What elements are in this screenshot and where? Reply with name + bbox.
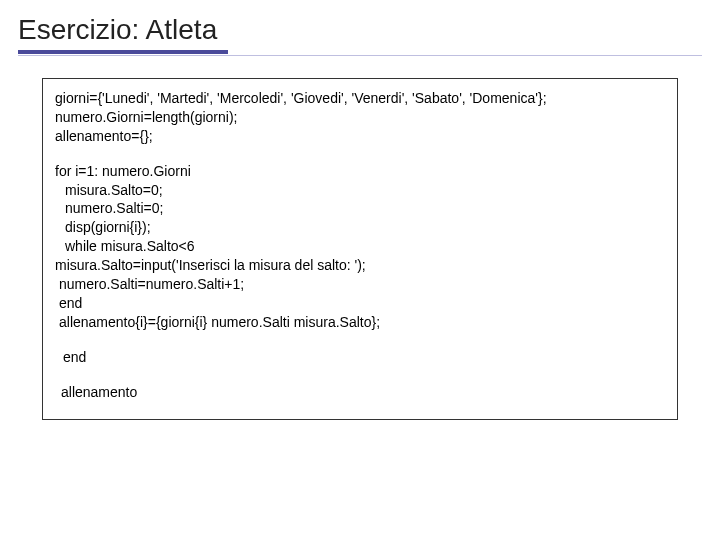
code-line: misura.Salto=input('Inserisci la misura … [55, 256, 665, 275]
code-block-init: giorni={'Lunedi', 'Martedi', 'Mercoledi'… [55, 89, 665, 146]
title-underline [18, 50, 702, 56]
code-line: end [55, 294, 665, 313]
code-line: while misura.Salto<6 [55, 237, 665, 256]
thick-line [18, 50, 228, 54]
page-title: Esercizio: Atleta [18, 14, 702, 46]
code-line: giorni={'Lunedi', 'Martedi', 'Mercoledi'… [55, 89, 665, 108]
code-line: allenamento [55, 383, 665, 402]
code-line: numero.Giorni=length(giorni); [55, 108, 665, 127]
code-line: for i=1: numero.Giorni [55, 162, 665, 181]
code-block-loop: for i=1: numero.Giorni misura.Salto=0; n… [55, 162, 665, 332]
code-line: end [55, 348, 665, 367]
code-line: misura.Salto=0; [55, 181, 665, 200]
code-box: giorni={'Lunedi', 'Martedi', 'Mercoledi'… [42, 78, 678, 420]
thin-line [18, 55, 702, 56]
code-line: allenamento={}; [55, 127, 665, 146]
slide: Esercizio: Atleta giorni={'Lunedi', 'Mar… [0, 0, 720, 420]
code-line: allenamento{i}={giorni{i} numero.Salti m… [55, 313, 665, 332]
code-line: disp(giorni{i}); [55, 218, 665, 237]
code-line: numero.Salti=0; [55, 199, 665, 218]
code-line: numero.Salti=numero.Salti+1; [55, 275, 665, 294]
